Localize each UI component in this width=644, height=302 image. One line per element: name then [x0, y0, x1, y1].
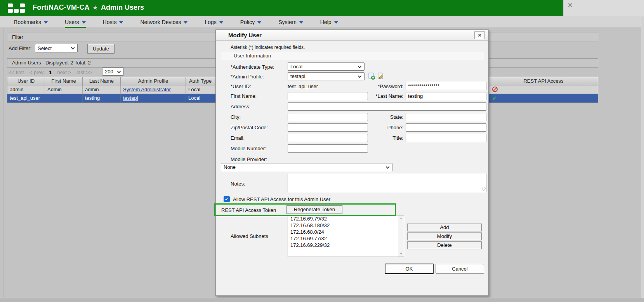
chevron-down-icon — [44, 21, 48, 24]
subnet-item[interactable]: 172.16.69.79/32 — [288, 215, 398, 222]
dialog-titlebar: Modify User ✕ — [216, 30, 488, 41]
user-id-value: test_api_user — [288, 83, 318, 89]
allow-rest-api-checkbox[interactable]: ✓ — [224, 196, 230, 202]
pagination: << first < prev 1 next > last >> — [9, 69, 92, 75]
page-title: Admin Users — [101, 3, 144, 12]
menu-network-devices[interactable]: Network Devices — [140, 16, 187, 28]
pager-next[interactable]: next > — [57, 69, 71, 75]
chevron-down-icon — [257, 21, 261, 24]
pager-prev[interactable]: < prev — [30, 69, 44, 75]
edit-profile-icon[interactable] — [377, 73, 385, 80]
mobile-number-field[interactable] — [288, 144, 368, 153]
allow-rest-api-label: Allow REST API Access for this Admin Use… — [233, 196, 330, 202]
required-fields-note: Asterisk (*) indicates required fields. — [231, 45, 305, 50]
phone-field[interactable] — [406, 123, 486, 132]
email-field[interactable] — [288, 134, 368, 142]
add-filter-select[interactable]: Select — [35, 44, 78, 52]
first-name-field[interactable] — [288, 92, 368, 100]
add-filter-label: Add Filter: — [9, 45, 31, 51]
cancel-button[interactable]: Cancel — [436, 264, 484, 274]
top-right-panel: ✕ — [563, 0, 644, 17]
title-label: Title: — [363, 135, 403, 141]
menu-help[interactable]: Help — [320, 16, 338, 28]
pager-current-page: 1 — [49, 69, 52, 75]
delete-subnet-button[interactable]: Delete — [407, 241, 482, 249]
user-information-section: User Information — [221, 52, 484, 60]
menu-hosts[interactable]: Hosts — [103, 16, 123, 28]
page-size-select[interactable]: 200 — [102, 68, 124, 76]
city-label: City: — [231, 114, 241, 120]
chevron-down-icon — [358, 74, 362, 78]
admin-profile-link[interactable]: testapi — [123, 95, 138, 101]
rest-api-allowed-icon: ✓ — [492, 95, 497, 101]
scroll-up-icon[interactable]: ▲ — [398, 217, 404, 220]
title-field[interactable] — [406, 134, 486, 142]
add-profile-icon[interactable] — [368, 73, 375, 80]
admin-profile-link[interactable]: System Administrator — [123, 87, 171, 92]
page-left-border — [3, 28, 4, 298]
chevron-down-icon — [119, 21, 123, 24]
modify-subnet-button[interactable]: Modify — [407, 233, 482, 240]
last-name-label: *Last Name: — [363, 93, 403, 99]
phone-label: Phone: — [363, 125, 403, 130]
add-subnet-button[interactable]: Add — [407, 224, 482, 231]
notes-label: Notes: — [231, 181, 245, 187]
user-id-label: *User ID: — [231, 83, 251, 89]
list-scrollbar[interactable]: ▲ ▼ — [398, 215, 404, 257]
subnet-item[interactable]: 172.16.69.77/32 — [288, 235, 398, 242]
column-admin-profile[interactable]: Admin Profile — [121, 77, 186, 85]
column-rest-api-access[interactable]: REST API Access — [489, 77, 598, 85]
scrollbar-track[interactable] — [641, 17, 644, 302]
ok-button[interactable]: OK — [385, 264, 434, 274]
city-field[interactable] — [288, 113, 368, 121]
chevron-down-icon — [219, 21, 223, 24]
allowed-subnets-list[interactable]: 172.16.69.79/32 172.16.68.180/32 172.16.… — [288, 215, 404, 257]
dialog-close-button[interactable]: ✕ — [474, 31, 485, 39]
pager-first[interactable]: << first — [9, 69, 24, 75]
chevron-down-icon — [117, 69, 121, 73]
column-first-name[interactable]: First Name — [45, 77, 83, 85]
authenticate-type-select[interactable]: Local — [288, 62, 365, 71]
scroll-down-icon[interactable]: ▼ — [398, 252, 404, 255]
subnet-item[interactable]: 172.16.69.229/32 — [288, 242, 398, 248]
resize-handle-icon[interactable] — [482, 187, 486, 191]
mobile-provider-select[interactable]: None — [221, 163, 392, 171]
column-user-id[interactable]: User ID — [7, 77, 45, 85]
admin-profile-select[interactable]: testapi — [288, 72, 365, 80]
subnet-item[interactable]: 172.16.68.0/24 — [288, 229, 398, 235]
menu-users[interactable]: Users — [65, 16, 86, 28]
state-field[interactable] — [406, 113, 486, 121]
page-footer — [0, 298, 644, 302]
panel-close-icon[interactable]: ✕ — [568, 2, 573, 9]
admin-profile-label: *Admin Profile: — [231, 74, 264, 80]
chevron-down-icon — [184, 21, 187, 24]
password-field[interactable] — [406, 82, 486, 90]
menu-logs[interactable]: Logs — [205, 16, 223, 28]
favorite-star-icon[interactable]: ★ — [92, 4, 98, 11]
email-label: Email: — [231, 135, 245, 141]
chevron-down-icon — [299, 21, 303, 24]
subnet-item[interactable]: 172.16.68.180/32 — [288, 222, 398, 229]
rest-api-denied-icon — [492, 87, 498, 92]
last-name-field[interactable] — [406, 92, 486, 100]
menu-bookmarks[interactable]: Bookmarks — [14, 16, 48, 28]
column-last-name[interactable]: Last Name — [83, 77, 121, 85]
address-field[interactable] — [288, 102, 486, 111]
mobile-provider-label: Mobile Provider: — [231, 156, 267, 162]
pager-last[interactable]: last >> — [76, 69, 92, 75]
chevron-down-icon — [386, 165, 390, 168]
rest-api-token-label: REST API Access Token — [221, 207, 276, 213]
main-menu: Bookmarks Users Hosts Network Devices Lo… — [0, 16, 644, 28]
first-name-label: First Name: — [231, 93, 257, 99]
regenerate-token-button[interactable]: Regenerate Token — [286, 205, 342, 214]
notes-textarea[interactable] — [288, 174, 486, 192]
update-button[interactable]: Update — [87, 44, 115, 54]
fortinet-logo-icon — [8, 3, 26, 13]
chevron-down-icon — [82, 21, 86, 24]
app-header: FortiNAC-VM-CA ★ Admin Users — [0, 0, 563, 16]
chevron-down-icon — [71, 46, 75, 50]
menu-policy[interactable]: Policy — [240, 16, 261, 28]
menu-system[interactable]: System — [278, 16, 303, 28]
product-title: FortiNAC-VM-CA — [33, 3, 90, 12]
zip-field[interactable] — [288, 123, 368, 132]
